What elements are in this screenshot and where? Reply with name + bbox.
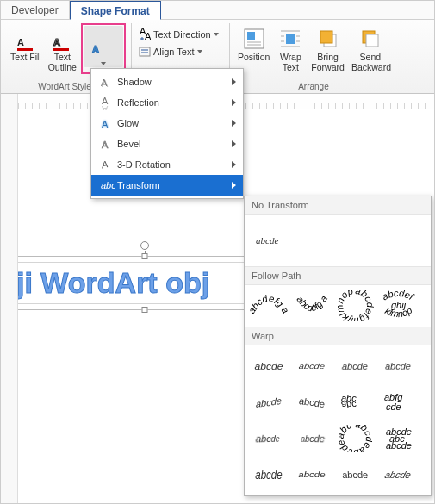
text-outline-button[interactable]: A Text Outline bbox=[46, 23, 79, 74]
svg-text:A: A bbox=[102, 119, 109, 129]
text-effects-highlight: A bbox=[81, 23, 126, 74]
svg-text:A: A bbox=[102, 104, 109, 110]
ribbon-tabs: Developer Shape Format bbox=[1, 1, 434, 20]
menu-item-transform[interactable]: abc Transform bbox=[91, 175, 243, 196]
transform-icon: abc bbox=[98, 177, 117, 193]
gallery-item-follow-path-button[interactable]: abcdef ghij klmnop bbox=[377, 289, 419, 323]
tab-developer[interactable]: Developer bbox=[1, 1, 70, 19]
gallery-item-warp[interactable]: abcde bbox=[248, 349, 289, 383]
reflection-icon: AA bbox=[98, 95, 117, 110]
position-button[interactable]: Position bbox=[235, 23, 272, 74]
gallery-warp-grid: abcde abcde abcde abcde abcde abcde abca… bbox=[245, 345, 431, 495]
submenu-arrow-icon bbox=[232, 78, 236, 85]
wordart-text[interactable]: ji WordArt obj bbox=[16, 266, 272, 300]
svg-text:abcde: abcde bbox=[386, 440, 412, 451]
gallery-item-warp[interactable]: abcabc bbox=[334, 385, 376, 420]
submenu-arrow-icon bbox=[232, 140, 236, 147]
svg-text:A: A bbox=[92, 44, 99, 54]
svg-text:abcdefg abcdefg: abcdefg abcdefg bbox=[293, 290, 329, 314]
gallery-item-warp[interactable]: abcde bbox=[291, 421, 332, 456]
gallery-item-follow-path-arch-up[interactable]: abcdefg abcdefg bbox=[248, 289, 289, 323]
bevel-icon: A bbox=[98, 136, 117, 152]
group-label-wordart: WordArt Styles bbox=[38, 82, 96, 91]
rotation3d-icon: A bbox=[98, 157, 117, 172]
svg-text:abcdeabcdeabcde: abcdeabcdeabcde bbox=[338, 425, 372, 452]
gallery-item-warp[interactable]: abcde bbox=[248, 421, 289, 456]
gallery-item-warp[interactable]: abcde bbox=[334, 457, 376, 492]
svg-text:A: A bbox=[102, 140, 109, 150]
send-backward-icon bbox=[358, 25, 382, 53]
gallery-item-warp[interactable]: abcde bbox=[377, 349, 419, 383]
svg-rect-11 bbox=[247, 32, 255, 40]
text-direction-button[interactable]: AA Text Direction bbox=[137, 27, 221, 42]
gallery-item-warp[interactable]: abcde bbox=[248, 457, 289, 492]
resize-handle-bottom[interactable] bbox=[141, 307, 147, 313]
group-label-arrange: Arrange bbox=[298, 82, 329, 91]
gallery-item-warp[interactable]: abfgcde bbox=[377, 385, 419, 420]
svg-text:cde: cde bbox=[386, 401, 401, 412]
wrap-text-button[interactable]: Wrap Text bbox=[274, 23, 307, 74]
text-fill-label: Text Fill bbox=[10, 53, 41, 63]
resize-handle-top[interactable] bbox=[141, 253, 147, 259]
svg-text:abcdefghijklmnop: abcdefghijklmnop bbox=[336, 290, 374, 321]
gallery-item-no-transform[interactable]: abcde bbox=[252, 223, 293, 258]
svg-rect-1 bbox=[17, 48, 33, 51]
text-outline-icon: A bbox=[50, 25, 74, 53]
menu-item-reflection[interactable]: AA Reflection bbox=[91, 92, 243, 113]
wordart-selection-box[interactable]: ji WordArt obj bbox=[9, 256, 279, 310]
align-text-icon bbox=[139, 46, 151, 58]
gallery-item-warp[interactable]: abcde bbox=[291, 385, 332, 420]
gallery-header-warp: Warp bbox=[245, 327, 431, 345]
svg-text:A: A bbox=[145, 31, 151, 40]
glow-icon: AA bbox=[98, 115, 117, 131]
text-effects-menu: AA Shadow AA Reflection AA Glow A Bevel … bbox=[90, 68, 244, 199]
send-backward-button[interactable]: Send Backward bbox=[349, 23, 392, 74]
svg-text:abc: abc bbox=[101, 180, 115, 190]
gallery-item-warp[interactable]: abcde bbox=[377, 457, 419, 492]
gallery-item-warp[interactable]: abcde bbox=[291, 457, 332, 492]
gallery-header-follow-path: Follow Path bbox=[245, 266, 431, 285]
svg-text:A: A bbox=[17, 37, 24, 47]
svg-text:A: A bbox=[53, 37, 60, 47]
gallery-item-warp[interactable]: abcde bbox=[334, 349, 376, 383]
text-outline-label: Text Outline bbox=[48, 53, 77, 72]
svg-text:abcdefg abcdefg: abcdefg abcdefg bbox=[250, 290, 288, 315]
svg-text:abc: abc bbox=[341, 400, 357, 410]
dropdown-caret-icon bbox=[101, 62, 106, 65]
align-text-button[interactable]: Align Text bbox=[137, 44, 221, 59]
gallery-item-warp[interactable]: abcde bbox=[248, 385, 289, 420]
submenu-arrow-icon bbox=[232, 99, 236, 106]
svg-text:A: A bbox=[101, 78, 108, 88]
wrap-text-icon bbox=[278, 25, 302, 53]
bring-forward-icon bbox=[316, 25, 340, 53]
gallery-header-no-transform: No Transform bbox=[245, 196, 431, 215]
text-direction-icon: AA bbox=[139, 28, 151, 40]
text-fill-icon: A bbox=[14, 25, 38, 53]
text-effects-button[interactable]: A bbox=[84, 26, 123, 67]
vertical-ruler bbox=[1, 94, 18, 503]
svg-rect-7 bbox=[140, 47, 150, 56]
gallery-item-warp[interactable]: abcdeabcdeabcde bbox=[334, 421, 376, 456]
text-effects-icon: A bbox=[89, 28, 118, 60]
menu-item-3d-rotation[interactable]: A 3-D Rotation bbox=[91, 154, 243, 175]
group-arrange: Position Wrap Text Bring Forward Send Ba… bbox=[232, 23, 395, 93]
gallery-item-warp[interactable]: abcdeabcabcde bbox=[377, 421, 419, 456]
bring-forward-button[interactable]: Bring Forward bbox=[308, 23, 347, 74]
svg-rect-22 bbox=[320, 31, 332, 43]
rotation-handle[interactable] bbox=[140, 241, 149, 250]
gallery-item-follow-path-circle[interactable]: abcdefghijklmnop bbox=[334, 289, 376, 323]
submenu-arrow-icon bbox=[232, 120, 236, 127]
gallery-item-follow-path-arch-down[interactable]: abcdefg abcdefg bbox=[291, 289, 332, 323]
svg-text:A: A bbox=[102, 159, 109, 171]
menu-item-shadow[interactable]: AA Shadow bbox=[91, 72, 243, 92]
text-fill-button[interactable]: A Text Fill bbox=[8, 23, 44, 74]
svg-rect-3 bbox=[53, 48, 69, 51]
tab-shape-format[interactable]: Shape Format bbox=[70, 1, 161, 20]
submenu-arrow-icon bbox=[232, 182, 236, 189]
dropdown-caret-icon bbox=[214, 33, 219, 36]
submenu-arrow-icon bbox=[232, 161, 236, 168]
menu-item-bevel[interactable]: A Bevel bbox=[91, 134, 243, 154]
menu-item-glow[interactable]: AA Glow bbox=[91, 113, 243, 134]
svg-rect-24 bbox=[366, 34, 378, 47]
gallery-item-warp[interactable]: abcde bbox=[291, 349, 332, 383]
